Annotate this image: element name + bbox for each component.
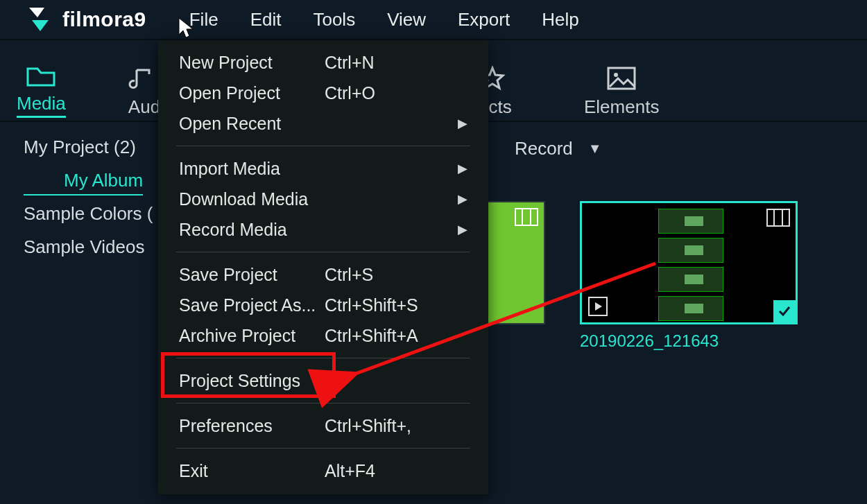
file-record-media[interactable]: Record Media ▶ — [158, 214, 488, 245]
menu-export[interactable]: Export — [458, 9, 510, 31]
svg-rect-4 — [515, 209, 538, 225]
menu-separator — [176, 146, 470, 146]
svg-rect-2 — [608, 68, 635, 89]
tree-my-album[interactable]: My Album — [24, 166, 143, 195]
menu-edit[interactable]: Edit — [250, 9, 282, 31]
file-archive-project[interactable]: Archive Project Ctrl+Shift+A — [158, 320, 488, 351]
file-project-settings[interactable]: Project Settings — [158, 365, 488, 396]
svg-marker-0 — [29, 8, 44, 17]
chevron-down-icon: ▼ — [588, 141, 602, 157]
menu-help[interactable]: Help — [542, 9, 578, 31]
media-thumb-1[interactable] — [487, 201, 545, 351]
record-dropdown[interactable]: Record ▼ — [488, 130, 867, 166]
tab-elements[interactable]: Elements — [584, 66, 659, 121]
submenu-arrow-icon: ▶ — [458, 222, 467, 237]
video-icon — [515, 208, 538, 226]
svg-marker-1 — [32, 20, 49, 31]
menu-separator — [176, 448, 470, 449]
menubar-items: File Edit Tools View Export Help — [189, 9, 579, 31]
file-menu-dropdown: New Project Ctrl+N Open Project Ctrl+O O… — [158, 40, 488, 494]
menu-separator — [176, 403, 470, 403]
media-thumbnails: 20190226_121643 — [488, 201, 867, 351]
svg-marker-11 — [595, 302, 602, 311]
record-label: Record — [515, 138, 573, 159]
selected-check-icon — [773, 300, 796, 322]
media-tree: My Project (2) My Album Sample Colors ( … — [24, 130, 153, 263]
menu-tools[interactable]: Tools — [313, 9, 355, 31]
tree-sample-videos[interactable]: Sample Videos — [24, 230, 153, 263]
menubar: filmora9 File Edit Tools View Export Hel… — [0, 0, 867, 40]
image-icon — [606, 66, 637, 91]
menu-separator — [176, 252, 470, 252]
app-name: filmora9 — [62, 8, 146, 31]
file-new-project[interactable]: New Project Ctrl+N — [158, 47, 488, 78]
media-content: Record ▼ — [488, 130, 867, 351]
file-import-media[interactable]: Import Media ▶ — [158, 153, 488, 184]
submenu-arrow-icon: ▶ — [458, 116, 467, 131]
thumb-caption: 20190226_121643 — [580, 331, 798, 351]
svg-rect-7 — [767, 209, 789, 226]
tab-audio-label: Aud — [128, 96, 160, 118]
file-save-project-as[interactable]: Save Project As... Ctrl+Shift+S — [158, 290, 488, 320]
app-logo: filmora9 — [28, 8, 146, 31]
file-download-media[interactable]: Download Media ▶ — [158, 184, 488, 214]
tab-media-label: Media — [17, 93, 66, 118]
file-preferences[interactable]: Preferences Ctrl+Shift+, — [158, 410, 488, 441]
play-icon — [587, 296, 608, 317]
submenu-arrow-icon: ▶ — [458, 191, 467, 207]
tab-media[interactable]: Media — [17, 62, 66, 121]
file-open-recent[interactable]: Open Recent ▶ — [158, 108, 488, 139]
file-exit[interactable]: Exit Alt+F4 — [158, 455, 488, 486]
svg-point-3 — [614, 73, 618, 77]
folder-icon — [26, 62, 56, 87]
file-open-project[interactable]: Open Project Ctrl+O — [158, 78, 488, 108]
tab-elements-label: Elements — [584, 96, 659, 118]
menu-separator — [176, 358, 470, 358]
media-thumb-2[interactable]: 20190226_121643 — [580, 201, 798, 351]
tree-sample-colors[interactable]: Sample Colors ( — [24, 197, 153, 230]
logo-icon — [28, 8, 57, 31]
tab-audio[interactable]: Aud — [128, 66, 160, 121]
file-save-project[interactable]: Save Project Ctrl+S — [158, 259, 488, 290]
menu-file[interactable]: File — [189, 9, 218, 31]
submenu-arrow-icon: ▶ — [458, 161, 467, 176]
tree-my-project[interactable]: My Project (2) — [24, 130, 153, 164]
video-icon — [766, 209, 790, 227]
music-note-icon — [128, 66, 156, 91]
menu-view[interactable]: View — [387, 9, 426, 31]
